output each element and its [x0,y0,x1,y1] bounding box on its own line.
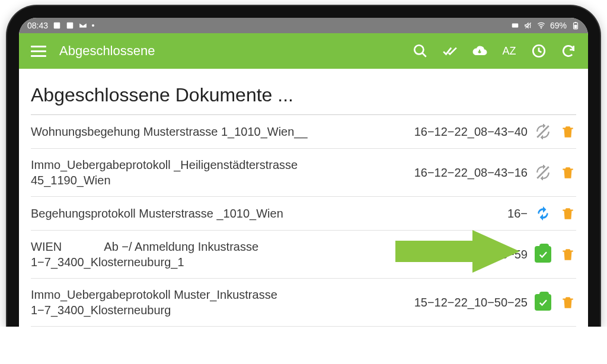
content-area: Abgeschlossene Dokumente ... Wohnungsbeg… [19,69,588,327]
status-time: 08:43 [27,21,48,30]
document-date: 15−12−22_10−53−59 [414,248,528,261]
delete-button[interactable] [560,164,576,181]
clipboard-check-icon [535,294,551,311]
app-bar: Abgeschlossene AZ [19,33,588,69]
clipboard-check-icon [535,246,551,263]
document-actions [535,294,576,311]
document-row[interactable]: Immo_Uebergabeprotokoll _Heiligenstädter… [31,149,576,197]
card-icon [511,21,519,30]
sync-disabled-button[interactable] [535,164,551,181]
delete-button[interactable] [560,294,576,311]
svg-rect-5 [574,25,577,28]
clock-icon [531,43,547,59]
document-actions [535,164,576,181]
sync-icon [535,206,551,221]
svg-rect-1 [67,23,74,29]
delete-button[interactable] [560,123,576,140]
document-actions [535,205,576,222]
trash-icon [560,247,576,262]
sync-disabled-icon [535,165,551,180]
sort-time-button[interactable] [530,42,548,60]
trash-icon [560,165,576,180]
document-date: 16− [507,207,528,221]
device-notch [268,9,339,14]
document-name: Immo_Uebergabeprotokoll Muster_Inkustras… [31,287,315,318]
document-actions [535,246,576,263]
cloud-download-icon [472,43,487,59]
sync-button[interactable] [535,205,551,222]
status-dot [92,24,94,27]
document-name: Begehungsprotokoll Musterstrasse _1010_W… [31,206,315,221]
document-row[interactable]: Begehungsprotokoll Musterstrasse _1010_W… [31,197,576,231]
document-row[interactable]: Wohnungsbegehung Musterstrasse 1_1010_Wi… [31,115,576,149]
refresh-icon [561,43,576,59]
svg-rect-0 [54,23,60,29]
document-name: Wohnungsbegehung Musterstrasse 1_1010_Wi… [31,124,315,139]
app-icon [66,21,74,30]
select-all-button[interactable] [441,42,459,60]
battery-text: 69% [550,21,567,30]
document-date: 16−12−22_08−43−16 [414,166,528,180]
document-date: 15−12−22_10−50−25 [414,296,528,309]
double-check-icon [442,43,458,59]
refresh-button[interactable] [560,42,577,60]
mail-icon [79,21,87,30]
download-button[interactable] [471,42,488,60]
done-badge[interactable] [535,294,551,311]
document-date: 16−12−22_08−43−40 [414,125,528,139]
appbar-title: Abgeschlossene [59,43,155,59]
document-list: Wohnungsbegehung Musterstrasse 1_1010_Wi… [31,115,576,327]
search-icon [413,43,428,59]
page-title: Abgeschlossene Dokumente ... [31,84,576,106]
trash-icon [560,295,576,310]
svg-line-8 [422,53,426,57]
document-name: WIEN Ab −/ Anmeldung Inkustrasse 1−7_340… [31,239,315,270]
trash-icon [560,206,576,221]
svg-rect-2 [512,24,519,28]
search-button[interactable] [411,42,429,60]
trash-icon [560,124,576,139]
sort-az-button[interactable]: AZ [500,42,518,60]
sync-disabled-icon [535,124,551,139]
image-icon [53,21,61,30]
sort-az-icon: AZ [502,45,516,58]
hamburger-icon [31,46,46,57]
battery-icon [571,21,580,30]
delete-button[interactable] [560,205,576,222]
delete-button[interactable] [560,246,576,263]
svg-rect-6 [575,22,576,23]
tablet-frame: 08:43 69% Abgeschlossene [7,6,600,327]
menu-button[interactable] [30,42,47,60]
document-row[interactable]: Immo_Uebergabeprotokoll Muster_Inkustras… [31,279,576,327]
done-badge[interactable] [535,246,551,263]
sync-disabled-button[interactable] [535,123,551,140]
document-actions [535,123,576,140]
mute-icon [524,21,532,30]
android-status-bar: 08:43 69% [19,18,588,33]
wifi-icon [537,21,545,30]
document-name: Immo_Uebergabeprotokoll _Heiligenstädter… [31,157,315,188]
svg-point-7 [414,45,423,54]
document-row[interactable]: WIEN Ab −/ Anmeldung Inkustrasse 1−7_340… [31,231,576,279]
